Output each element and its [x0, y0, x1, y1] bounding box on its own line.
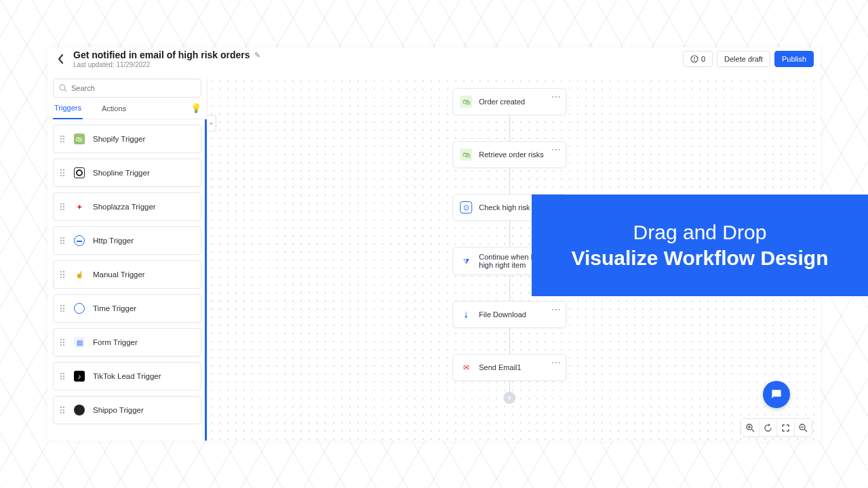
tab-triggers[interactable]: Triggers: [53, 98, 83, 119]
drag-handle-icon[interactable]: [60, 339, 66, 346]
chevron-left-icon: [58, 54, 64, 64]
error-count-chip[interactable]: 0: [683, 51, 713, 67]
header-bar: Get notified in email of high risk order…: [47, 47, 821, 70]
sidebar: Triggers Actions 💡 🛍 Shopify Trigger Sho…: [47, 77, 208, 441]
trigger-label: Shopline Trigger: [93, 169, 150, 177]
svg-point-2: [694, 60, 695, 62]
shoplazza-icon: ✦: [74, 201, 85, 212]
node-label: File Download: [479, 310, 526, 319]
zoom-out-button[interactable]: [794, 419, 812, 436]
trigger-item[interactable]: ✦ Shoplazza Trigger: [53, 192, 201, 221]
filter-icon: ⧩: [460, 255, 472, 267]
node-menu-icon[interactable]: ⋯: [551, 92, 561, 102]
edit-title-icon[interactable]: ✎: [254, 51, 260, 60]
check-icon: ⊙: [460, 201, 472, 214]
mail-icon: ✉: [460, 361, 472, 373]
trigger-label: Time Trigger: [93, 304, 136, 312]
trigger-item[interactable]: Time Trigger: [53, 294, 201, 323]
tab-actions[interactable]: Actions: [100, 98, 127, 119]
marketing-banner: Drag and Drop Visualize Workflow Design: [532, 195, 868, 296]
chat-icon: [770, 388, 783, 401]
last-updated-label: Last updated: 11/29/2022: [73, 61, 260, 68]
zoom-in-button[interactable]: [741, 419, 759, 436]
publish-button[interactable]: Publish: [774, 51, 814, 67]
trigger-label: Http Trigger: [93, 237, 134, 245]
search-icon: [59, 84, 67, 92]
banner-line1: Drag and Drop: [633, 221, 767, 244]
trigger-item[interactable]: 🛍 Shopify Trigger: [53, 125, 201, 153]
edge: [509, 275, 510, 301]
chat-button[interactable]: [763, 381, 790, 408]
trigger-item[interactable]: ▤ Form Trigger: [53, 328, 201, 357]
banner-line2: Visualize Workflow Design: [572, 247, 829, 270]
tiktok-icon: ♪: [74, 371, 85, 382]
node-menu-icon[interactable]: ⋯: [551, 304, 561, 315]
fit-view-button[interactable]: [776, 419, 794, 436]
trigger-label: Shippo Trigger: [93, 406, 144, 414]
zoom-controls: [741, 418, 812, 437]
shopify-icon: 🛍: [460, 148, 472, 161]
trigger-label: Manual Trigger: [93, 270, 145, 279]
sidebar-tabs: Triggers Actions 💡: [53, 98, 201, 119]
hint-icon[interactable]: 💡: [191, 103, 201, 113]
svg-line-4: [64, 89, 66, 92]
workflow-node[interactable]: 🛍 Order created ⋯: [452, 88, 566, 115]
trigger-item[interactable]: Shippo Trigger: [53, 396, 201, 424]
trigger-list[interactable]: 🛍 Shopify Trigger Shopline Trigger ✦ Sho…: [53, 119, 207, 441]
svg-line-6: [751, 429, 754, 432]
edge: [509, 115, 510, 141]
alert-icon: [690, 55, 698, 63]
workflow-node[interactable]: ⭳ File Download ⋯: [452, 301, 566, 328]
collapse-sidebar-button[interactable]: «: [207, 115, 216, 131]
svg-point-3: [60, 85, 65, 90]
edge: [509, 328, 510, 354]
page-title: Get notified in email of high risk order…: [73, 49, 250, 60]
add-node-button[interactable]: +: [503, 392, 515, 404]
shopline-icon: [74, 167, 85, 178]
node-label: Send Email1: [479, 363, 521, 371]
manual-icon: ☝: [74, 269, 85, 280]
http-icon: [74, 235, 85, 246]
delete-draft-button[interactable]: Delete draft: [717, 51, 770, 67]
trigger-label: TikTok Lead Trigger: [93, 372, 161, 380]
trigger-item[interactable]: Http Trigger: [53, 226, 201, 255]
edge: [509, 168, 510, 194]
back-button[interactable]: [54, 52, 68, 66]
shopify-icon: 🛍: [460, 96, 472, 108]
trigger-item[interactable]: Shopline Trigger: [53, 159, 201, 187]
trigger-label: Form Trigger: [93, 338, 138, 346]
node-label: Check high risk: [479, 203, 530, 211]
search-input[interactable]: [71, 84, 195, 92]
svg-line-10: [804, 429, 807, 432]
download-icon: ⭳: [460, 308, 472, 321]
node-label: Order created: [479, 98, 525, 106]
drag-handle-icon[interactable]: [60, 136, 66, 142]
drag-handle-icon[interactable]: [60, 203, 66, 210]
node-menu-icon[interactable]: ⋯: [551, 144, 561, 155]
workflow-node[interactable]: 🛍 Retrieve order risks ⋯: [452, 141, 566, 168]
trigger-label: Shopify Trigger: [93, 135, 145, 143]
edge: [509, 221, 510, 247]
shippo-icon: [74, 405, 85, 415]
refresh-button[interactable]: [759, 419, 776, 436]
error-count: 0: [701, 55, 705, 63]
drag-handle-icon[interactable]: [60, 305, 66, 312]
shopify-icon: 🛍: [74, 134, 85, 144]
search-box[interactable]: [53, 79, 201, 98]
trigger-item[interactable]: ☝ Manual Trigger: [53, 260, 201, 289]
drag-handle-icon[interactable]: [60, 237, 66, 244]
node-menu-icon[interactable]: ⋯: [551, 357, 561, 368]
node-label: Retrieve order risks: [479, 150, 543, 159]
trigger-item[interactable]: ♪ TikTok Lead Trigger: [53, 362, 201, 390]
drag-handle-icon[interactable]: [60, 407, 66, 413]
form-icon: ▤: [74, 337, 85, 348]
drag-handle-icon[interactable]: [60, 373, 66, 380]
drag-handle-icon[interactable]: [60, 169, 66, 176]
trigger-label: Shoplazza Trigger: [93, 203, 156, 211]
workflow-node[interactable]: ✉ Send Email1 ⋯: [452, 354, 566, 381]
drag-handle-icon[interactable]: [60, 271, 66, 278]
time-icon: [74, 303, 85, 314]
